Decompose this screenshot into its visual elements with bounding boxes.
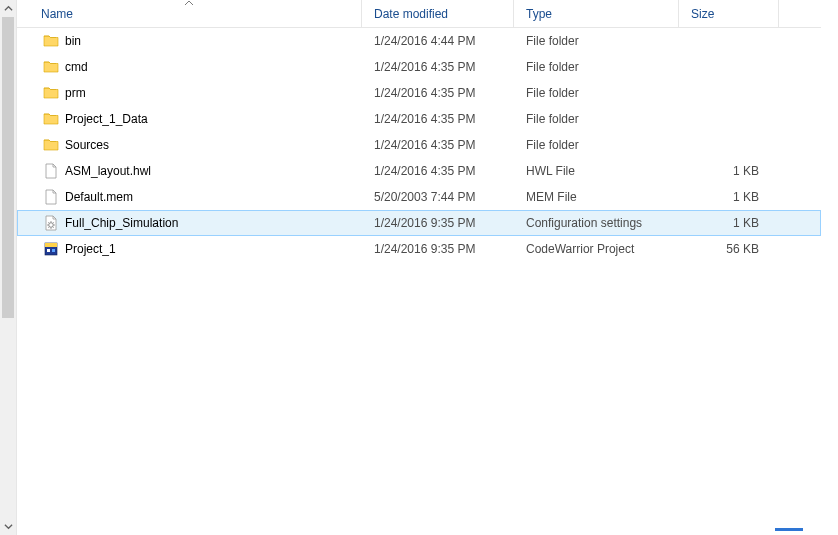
table-row[interactable]: bin1/24/2016 4:44 PMFile folder <box>17 28 821 54</box>
table-row[interactable]: ASM_layout.hwl1/24/2016 4:35 PMHWL File1… <box>17 158 821 184</box>
cell-type: MEM File <box>514 190 679 204</box>
file-icon <box>43 163 59 179</box>
cell-size: 1 KB <box>679 216 779 230</box>
table-row[interactable]: Full_Chip_Simulation1/24/2016 9:35 PMCon… <box>17 210 821 236</box>
file-name-label: Default.mem <box>65 190 133 204</box>
table-row[interactable]: Sources1/24/2016 4:35 PMFile folder <box>17 132 821 158</box>
cell-size: 56 KB <box>679 242 779 256</box>
table-row[interactable]: Project_1_Data1/24/2016 4:35 PMFile fold… <box>17 106 821 132</box>
cell-type: CodeWarrior Project <box>514 242 679 256</box>
table-row[interactable]: prm1/24/2016 4:35 PMFile folder <box>17 80 821 106</box>
column-header-row: Name Date modified Type Size <box>17 0 821 28</box>
file-rows: bin1/24/2016 4:44 PMFile foldercmd1/24/2… <box>17 28 821 535</box>
left-scrollbar[interactable] <box>0 0 17 535</box>
sort-ascending-icon <box>185 0 193 8</box>
cell-type: File folder <box>514 60 679 74</box>
file-name-label: bin <box>65 34 81 48</box>
right-gutter <box>821 0 838 535</box>
cell-size: 1 KB <box>679 190 779 204</box>
file-icon <box>43 189 59 205</box>
file-name-label: ASM_layout.hwl <box>65 164 151 178</box>
cell-type: File folder <box>514 34 679 48</box>
cell-date: 1/24/2016 4:35 PM <box>362 60 514 74</box>
column-header-size-label: Size <box>691 7 714 21</box>
column-header-type-label: Type <box>526 7 552 21</box>
cell-name: Project_1 <box>25 241 362 257</box>
scrollbar-track[interactable] <box>0 17 16 518</box>
scroll-up-icon[interactable] <box>0 0 17 17</box>
column-header-name-label: Name <box>41 7 73 21</box>
file-name-label: Sources <box>65 138 109 152</box>
cell-date: 1/24/2016 4:35 PM <box>362 138 514 152</box>
cell-size: 1 KB <box>679 164 779 178</box>
column-header-size[interactable]: Size <box>679 0 779 27</box>
folder-icon <box>43 137 59 153</box>
scrollbar-thumb[interactable] <box>2 17 14 318</box>
column-header-name[interactable]: Name <box>17 0 362 27</box>
folder-icon <box>43 85 59 101</box>
cell-name: prm <box>25 85 362 101</box>
project-icon <box>43 241 59 257</box>
table-row[interactable]: Default.mem5/20/2003 7:44 PMMEM File1 KB <box>17 184 821 210</box>
table-row[interactable]: Project_11/24/2016 9:35 PMCodeWarrior Pr… <box>17 236 821 262</box>
folder-icon <box>43 111 59 127</box>
file-name-label: Project_1_Data <box>65 112 148 126</box>
file-list-pane: Name Date modified Type Size bin1/24/201… <box>17 0 821 535</box>
column-header-date-label: Date modified <box>374 7 448 21</box>
cell-date: 1/24/2016 4:35 PM <box>362 164 514 178</box>
config-icon <box>43 215 59 231</box>
cell-date: 1/24/2016 9:35 PM <box>362 216 514 230</box>
file-name-label: Full_Chip_Simulation <box>65 216 178 230</box>
file-explorer: Name Date modified Type Size bin1/24/201… <box>0 0 838 535</box>
cell-date: 1/24/2016 9:35 PM <box>362 242 514 256</box>
file-name-label: cmd <box>65 60 88 74</box>
cell-name: bin <box>25 33 362 49</box>
cell-type: File folder <box>514 86 679 100</box>
file-name-label: Project_1 <box>65 242 116 256</box>
bottom-accent-bar <box>775 528 803 531</box>
cell-name: Full_Chip_Simulation <box>25 215 362 231</box>
cell-date: 1/24/2016 4:35 PM <box>362 112 514 126</box>
cell-type: File folder <box>514 138 679 152</box>
cell-date: 5/20/2003 7:44 PM <box>362 190 514 204</box>
cell-name: cmd <box>25 59 362 75</box>
column-header-date[interactable]: Date modified <box>362 0 514 27</box>
cell-name: Sources <box>25 137 362 153</box>
cell-name: Default.mem <box>25 189 362 205</box>
cell-type: HWL File <box>514 164 679 178</box>
cell-date: 1/24/2016 4:35 PM <box>362 86 514 100</box>
cell-type: Configuration settings <box>514 216 679 230</box>
file-name-label: prm <box>65 86 86 100</box>
folder-icon <box>43 33 59 49</box>
cell-name: Project_1_Data <box>25 111 362 127</box>
scroll-down-icon[interactable] <box>0 518 17 535</box>
cell-name: ASM_layout.hwl <box>25 163 362 179</box>
folder-icon <box>43 59 59 75</box>
cell-type: File folder <box>514 112 679 126</box>
table-row[interactable]: cmd1/24/2016 4:35 PMFile folder <box>17 54 821 80</box>
column-header-type[interactable]: Type <box>514 0 679 27</box>
cell-date: 1/24/2016 4:44 PM <box>362 34 514 48</box>
